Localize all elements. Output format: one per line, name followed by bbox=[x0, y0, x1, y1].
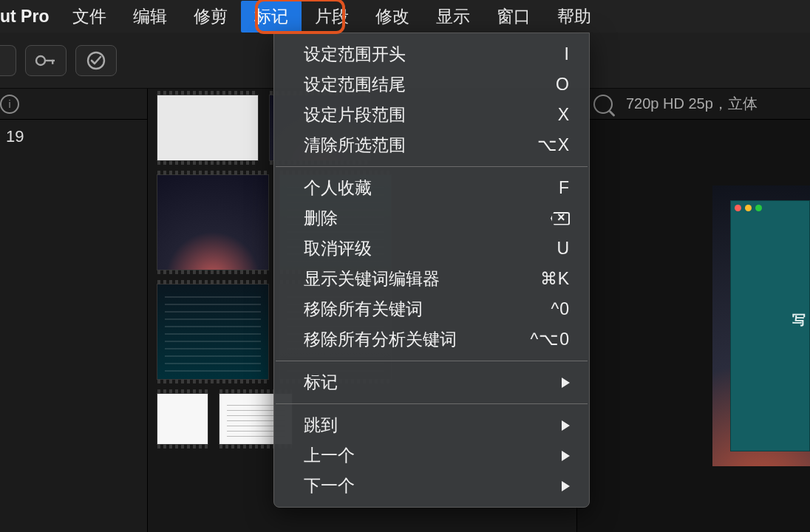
menu-separator bbox=[276, 361, 588, 361]
svg-rect-2 bbox=[52, 59, 53, 64]
mark-dropdown-menu: 设定范围开头I 设定范围结尾O 设定片段范围X 清除所选范围⌥X 个人收藏F 删… bbox=[273, 33, 590, 508]
menu-modify[interactable]: 修改 bbox=[362, 1, 423, 33]
menu-bar: ut Pro 文件 编辑 修剪 标记 片段 修改 显示 窗口 帮助 bbox=[0, 0, 810, 33]
clip-thumbnail[interactable] bbox=[157, 393, 208, 445]
menu-window[interactable]: 窗口 bbox=[483, 1, 544, 33]
submenu-arrow-icon bbox=[562, 420, 570, 431]
menu-remove-all-analysis-keywords[interactable]: 移除所有分析关键词^⌥0 bbox=[274, 324, 589, 355]
viewer-header: 720p HD 25p，立体 bbox=[577, 89, 810, 120]
menu-help[interactable]: 帮助 bbox=[544, 1, 605, 33]
menu-mark[interactable]: 标记 bbox=[241, 1, 302, 33]
menu-clear-selected-range[interactable]: 清除所选范围⌥X bbox=[274, 130, 589, 160]
menu-previous-submenu[interactable]: 上一个 bbox=[274, 440, 589, 471]
info-icon: i bbox=[0, 95, 19, 114]
menu-next-submenu[interactable]: 下一个 bbox=[274, 471, 589, 501]
key-icon bbox=[35, 53, 57, 68]
menu-markers-submenu[interactable]: 标记 bbox=[274, 367, 589, 398]
app-name: ut Pro bbox=[0, 7, 59, 27]
submenu-arrow-icon bbox=[562, 378, 570, 388]
format-info: 720p HD 25p，立体 bbox=[626, 94, 758, 114]
sidebar-header: i bbox=[0, 89, 147, 120]
toolbar-button-left[interactable] bbox=[0, 45, 16, 76]
viewer-pane: 720p HD 25p，立体 写 bbox=[576, 89, 810, 532]
keyword-button[interactable] bbox=[25, 45, 67, 76]
sidebar-item[interactable]: 19 bbox=[0, 120, 147, 154]
menu-unrate[interactable]: 取消评级U bbox=[274, 233, 589, 264]
menu-edit[interactable]: 编辑 bbox=[120, 1, 180, 33]
checkmark-circle-icon bbox=[86, 50, 106, 71]
menu-delete[interactable]: 删除 bbox=[274, 203, 589, 233]
menu-set-range-start[interactable]: 设定范围开头I bbox=[274, 39, 589, 69]
clip-thumbnail[interactable] bbox=[157, 174, 269, 270]
preview-frame: 写 bbox=[712, 185, 810, 466]
clip-thumbnail[interactable] bbox=[157, 284, 269, 380]
sidebar: i 19 bbox=[0, 89, 148, 532]
svg-point-0 bbox=[36, 56, 45, 65]
check-button[interactable] bbox=[75, 45, 117, 76]
menu-show-keyword-editor[interactable]: 显示关键词编辑器⌘K bbox=[274, 264, 589, 294]
delete-key-icon bbox=[551, 212, 570, 225]
menu-goto-submenu[interactable]: 跳到 bbox=[274, 410, 589, 440]
menu-clip[interactable]: 片段 bbox=[302, 1, 362, 33]
viewer-canvas[interactable]: 写 bbox=[577, 120, 810, 532]
menu-separator bbox=[276, 166, 588, 167]
submenu-arrow-icon bbox=[562, 481, 570, 491]
menu-view[interactable]: 显示 bbox=[423, 1, 483, 33]
search-icon[interactable] bbox=[593, 95, 613, 114]
menu-separator bbox=[276, 403, 588, 404]
menu-favorite[interactable]: 个人收藏F bbox=[274, 173, 589, 203]
menu-set-clip-range[interactable]: 设定片段范围X bbox=[274, 100, 589, 130]
submenu-arrow-icon bbox=[562, 451, 570, 461]
menu-set-range-end[interactable]: 设定范围结尾O bbox=[274, 69, 589, 100]
menu-trim[interactable]: 修剪 bbox=[180, 1, 241, 33]
preview-overlay-text: 写 bbox=[792, 311, 806, 329]
clip-thumbnail[interactable] bbox=[157, 95, 259, 161]
menu-file[interactable]: 文件 bbox=[59, 1, 120, 33]
menu-remove-all-keywords[interactable]: 移除所有关键词^0 bbox=[274, 294, 589, 324]
